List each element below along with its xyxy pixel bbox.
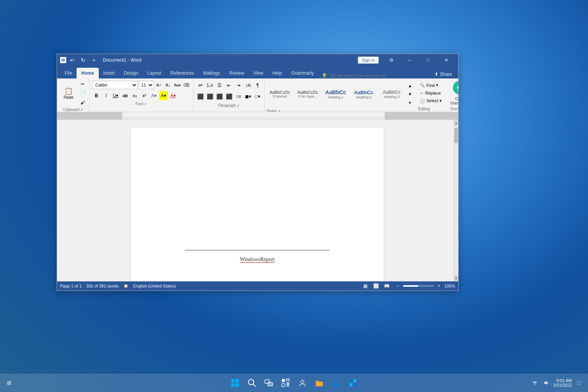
highlight-button[interactable]: A▾ <box>159 91 168 100</box>
align-left-button[interactable]: ⬛ <box>196 92 205 101</box>
subscript-button[interactable]: x₂ <box>130 91 139 100</box>
tab-review[interactable]: Review <box>224 68 248 78</box>
styles-scroll-down[interactable]: ▼ <box>406 90 414 98</box>
taskbar-right: 8:01 AM 3/21/2022 □ <box>530 378 583 387</box>
tab-grammarly[interactable]: Grammarly <box>286 68 318 78</box>
tell-me-input[interactable] <box>329 73 398 78</box>
clear-formatting-button[interactable]: ⌫ <box>182 81 191 89</box>
justify-button[interactable]: ⬛ <box>224 92 234 101</box>
strikethrough-button[interactable]: ab <box>121 91 130 100</box>
svg-rect-15 <box>353 379 356 382</box>
style-normal[interactable]: AaBbCcDc ¶ Normal <box>266 83 293 105</box>
notification-icon[interactable]: □ <box>574 378 583 387</box>
change-case-button[interactable]: Aa▾ <box>173 81 181 89</box>
undo-button[interactable]: ↩ <box>68 56 77 65</box>
font-color-button[interactable]: A▾ <box>168 91 178 100</box>
styles-more[interactable]: ▾ <box>406 98 414 107</box>
bullets-button[interactable]: ≡• <box>196 81 205 90</box>
tab-view[interactable]: View <box>249 68 268 78</box>
svg-rect-14 <box>350 379 353 382</box>
styles-group: AaBbCcDc ¶ Normal AaBbCcDc ¶ No Spac... … <box>265 78 416 112</box>
tab-layout[interactable]: Layout <box>143 68 166 78</box>
taskbar-edge[interactable] <box>328 375 344 390</box>
tray-notification-icon[interactable]: ⊞ <box>5 378 14 387</box>
style-heading1[interactable]: AaBbCc Heading 1 <box>322 83 349 105</box>
tab-design[interactable]: Design <box>119 68 143 78</box>
taskbar-search[interactable] <box>244 375 260 390</box>
restore-window-button[interactable]: ⧉ <box>382 54 400 66</box>
system-clock[interactable]: 8:01 AM 3/21/2022 <box>553 378 572 387</box>
numbering-button[interactable]: 1.≡ <box>205 81 214 90</box>
show-hide-button[interactable]: ¶ <box>253 81 262 90</box>
zoom-in-button[interactable]: + <box>435 283 443 289</box>
styles-scroll-up[interactable]: ▲ <box>406 82 414 90</box>
print-layout-view[interactable]: ▦ <box>362 283 369 289</box>
style-no-spacing[interactable]: AaBbCcDc ¶ No Spac... <box>294 83 321 105</box>
taskbar-widgets[interactable] <box>278 375 293 390</box>
copy-button[interactable]: 📄 <box>78 89 87 98</box>
sign-in-button[interactable]: Sign in <box>358 57 379 64</box>
svg-rect-9 <box>282 379 285 382</box>
web-layout-view[interactable]: ⬜ <box>372 283 380 289</box>
tab-home[interactable]: Home <box>77 68 98 78</box>
decrease-font-button[interactable]: A↓ <box>164 81 172 89</box>
tab-references[interactable]: References <box>166 68 198 78</box>
increase-font-button[interactable]: A↑ <box>155 81 163 89</box>
tab-file[interactable]: File <box>60 68 77 78</box>
word-window: W ↩ ↻ ▾ Document1 - Word Sign in ⧉ ─ □ ✕… <box>57 54 459 291</box>
svg-rect-17 <box>353 383 356 386</box>
sort-button[interactable]: ↕A <box>243 81 253 90</box>
doc-content[interactable]: WindowsReport <box>131 127 384 281</box>
font-name-select[interactable]: Calibri <box>92 81 138 89</box>
zoom-out-button[interactable]: − <box>394 283 402 289</box>
select-button[interactable]: ⬜ Select ▾ <box>418 98 444 104</box>
decrease-indent-button[interactable]: ⇤ <box>224 81 234 90</box>
taskbar-task-view[interactable] <box>261 375 276 390</box>
tab-insert[interactable]: Insert <box>99 68 119 78</box>
center-button[interactable]: ⬛ <box>205 92 214 101</box>
read-mode-view[interactable]: 📖 <box>383 283 391 289</box>
svg-rect-16 <box>350 383 353 386</box>
maximize-button[interactable]: □ <box>419 54 437 66</box>
taskbar-file-explorer[interactable] <box>312 375 327 390</box>
taskbar-store[interactable] <box>345 375 361 390</box>
paste-button[interactable]: 📋 Paste <box>59 86 78 101</box>
style-heading2[interactable]: AaBbCc Heading 2 <box>350 83 377 105</box>
redo-button[interactable]: ↻ <box>78 56 88 65</box>
quick-access-customize[interactable]: ▾ <box>89 56 98 65</box>
minimize-button[interactable]: ─ <box>401 54 418 66</box>
scroll-thumb[interactable] <box>454 128 458 143</box>
scroll-down-button[interactable]: ▼ <box>454 275 458 281</box>
share-button[interactable]: ⬆ Share <box>431 70 455 78</box>
find-button[interactable]: 🔍 Find ▾ <box>418 82 444 88</box>
bold-button[interactable]: B <box>92 91 101 100</box>
editing-label: Editing <box>418 107 444 111</box>
line-spacing-button[interactable]: ↕≡ <box>234 92 243 101</box>
ribbon-tabs: File Home Insert Design Layout Reference… <box>57 66 458 78</box>
cut-button[interactable]: ✂ <box>78 80 87 88</box>
font-size-select[interactable]: 11 <box>139 81 154 89</box>
increase-indent-button[interactable]: ⇥ <box>234 81 243 90</box>
superscript-button[interactable]: x² <box>140 91 149 100</box>
shading-button[interactable]: ◼▾ <box>243 92 253 101</box>
italic-button[interactable]: I <box>101 91 111 100</box>
style-heading3[interactable]: AaBbCc Heading 3 <box>378 83 405 105</box>
sound-icon[interactable] <box>542 378 551 387</box>
grammarly-icon[interactable]: G <box>453 81 458 95</box>
scroll-up-button[interactable]: ▲ <box>454 120 458 126</box>
underline-button[interactable]: U▾ <box>111 91 120 100</box>
tab-mailings[interactable]: Mailings <box>198 68 224 78</box>
network-icon[interactable] <box>530 378 539 387</box>
svg-rect-12 <box>286 382 289 387</box>
taskbar-start-button[interactable] <box>227 375 243 390</box>
replace-button[interactable]: ↔ Replace <box>418 90 444 96</box>
tab-help[interactable]: Help <box>268 68 287 78</box>
svg-line-6 <box>253 384 256 387</box>
taskbar-chat[interactable] <box>295 375 310 390</box>
multilevel-button[interactable]: ☰ <box>215 81 224 90</box>
text-effects-button[interactable]: A▾ <box>149 91 158 100</box>
format-painter-button[interactable]: 🖌 <box>78 98 87 107</box>
align-right-button[interactable]: ⬛ <box>215 92 224 101</box>
close-button[interactable]: ✕ <box>438 54 455 66</box>
borders-button[interactable]: □▾ <box>253 92 262 101</box>
